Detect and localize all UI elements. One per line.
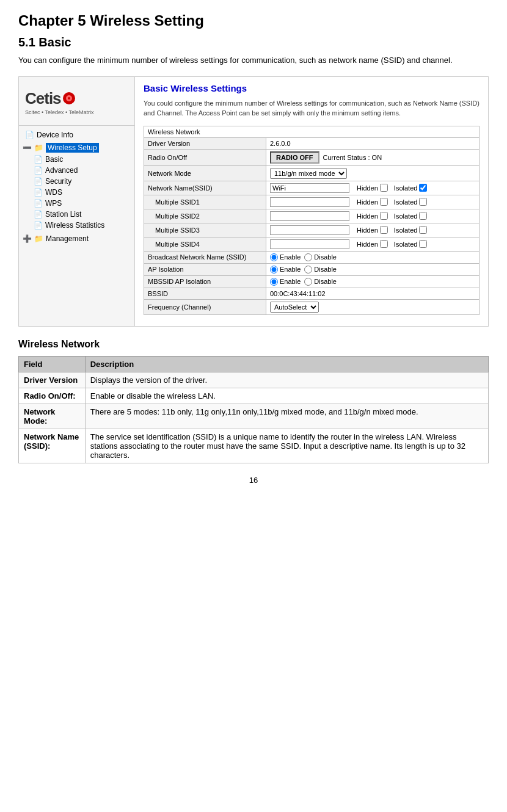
- description-section: Wireless Network Field Description Drive…: [18, 339, 489, 463]
- ap-isolation-enable-radio[interactable]: [270, 266, 278, 274]
- field-value-ssid3: Hidden Isolated: [266, 223, 480, 237]
- sidebar: Cetis Scitec • Teledex • TeleMatrix 📄 De…: [19, 77, 135, 326]
- ssid1-input[interactable]: [270, 197, 349, 207]
- sidebar-item-basic[interactable]: 📄Basic: [34, 154, 129, 165]
- field-label-radio: Radio On/Off: [144, 149, 266, 165]
- field-value-bssid: 00:0C:43:44:11:02: [266, 288, 480, 299]
- sidebar-item-device-info[interactable]: 📄 Device Info: [19, 129, 134, 140]
- field-label-ap-isolation: AP Isolation: [144, 263, 266, 275]
- sidebar-item-security[interactable]: 📄Security: [34, 176, 129, 187]
- section-title: 5.1 Basic: [18, 35, 489, 49]
- hidden-checkbox-ssid4[interactable]: [380, 240, 388, 248]
- mbssid-disable-label[interactable]: Disable: [304, 278, 337, 286]
- field-value-frequency: AutoSelect 1 6 11: [266, 299, 480, 314]
- desc-desc-driver: Displays the version of the driver.: [85, 372, 488, 388]
- field-label-bssid: BSSID: [144, 288, 266, 299]
- sidebar-item-wds[interactable]: 📄WDS: [34, 187, 129, 198]
- field-label-mbssid: MBSSID AP Isolation: [144, 275, 266, 288]
- desc-row-driver: Driver Version Displays the version of t…: [19, 372, 489, 388]
- desc-row-ssid: Network Name (SSID): The service set ide…: [19, 429, 489, 463]
- ssid3-input[interactable]: [270, 225, 349, 235]
- broadcast-enable-label[interactable]: Enable: [270, 253, 301, 261]
- hidden-check-ssid1: Hidden: [357, 198, 388, 206]
- isolated-checkbox-ssid1[interactable]: [419, 198, 427, 206]
- sidebar-item-advanced[interactable]: 📄Advanced: [34, 165, 129, 176]
- field-label-ssid4: Multiple SSID4: [144, 237, 266, 251]
- isolated-checkbox-ssid3[interactable]: [419, 226, 427, 234]
- isolated-check-main: Isolated: [394, 184, 428, 192]
- field-label-ssid3: Multiple SSID3: [144, 223, 266, 237]
- desc-desc-radio: Enable or disable the wireless LAN.: [85, 388, 488, 404]
- plus-icon: ➕: [23, 234, 32, 243]
- doc-icon: 📄: [34, 221, 43, 230]
- hidden-checkbox-ssid1[interactable]: [380, 198, 388, 206]
- ssid4-input[interactable]: [270, 239, 349, 249]
- field-value-network-mode: 11b/g/n mixed mode 11b only 11g only 11n…: [266, 165, 480, 181]
- broadcast-enable-radio[interactable]: [270, 253, 278, 261]
- sidebar-item-station-list[interactable]: 📄Station List: [34, 209, 129, 220]
- isolated-label-ssid1: Isolated: [394, 198, 418, 206]
- isolated-check-ssid1: Isolated: [394, 198, 428, 206]
- mbssid-disable-radio[interactable]: [304, 278, 312, 286]
- hidden-check-ssid2: Hidden: [357, 212, 388, 220]
- svg-point-2: [68, 97, 70, 100]
- table-row-ssid2: Multiple SSID2 Hidden Isolated: [144, 209, 480, 223]
- desc-section-title: Wireless Network: [18, 339, 489, 350]
- sidebar-item-wireless-stats[interactable]: 📄Wireless Statistics: [34, 220, 129, 231]
- field-label-network-mode: Network Mode: [144, 165, 266, 181]
- sidebar-logo: Cetis Scitec • Teledex • TeleMatrix: [19, 82, 134, 126]
- desc-field-driver: Driver Version: [19, 372, 86, 388]
- hidden-checkbox-ssid2[interactable]: [380, 212, 388, 220]
- broadcast-disable-label[interactable]: Disable: [304, 253, 337, 261]
- frequency-select[interactable]: AutoSelect 1 6 11: [270, 302, 319, 313]
- desc-row-radio: Radio On/Off: Enable or disable the wire…: [19, 388, 489, 404]
- hidden-check-ssid3: Hidden: [357, 226, 388, 234]
- table-row-ssid4: Multiple SSID4 Hidden Isolated: [144, 237, 480, 251]
- sidebar-children-wireless: 📄Basic 📄Advanced 📄Security 📄WDS 📄WPS: [23, 154, 129, 231]
- desc-row-mode: Network Mode: There are 5 modes: 11b onl…: [19, 404, 489, 429]
- doc-icon: 📄: [34, 188, 43, 197]
- isolated-label-ssid3: Isolated: [394, 227, 418, 234]
- isolated-checkbox-main[interactable]: [419, 184, 427, 192]
- desc-col-field: Field: [19, 356, 86, 372]
- network-mode-select[interactable]: 11b/g/n mixed mode 11b only 11g only 11n…: [270, 168, 347, 179]
- mbssid-enable-radio[interactable]: [270, 278, 278, 286]
- sidebar-item-wps[interactable]: 📄WPS: [34, 198, 129, 209]
- ap-isolation-enable-label[interactable]: Enable: [270, 266, 301, 274]
- doc-icon: 📄: [34, 155, 43, 164]
- table-row-driver-version: Driver Version 2.6.0.0: [144, 137, 480, 149]
- field-label-driver-version: Driver Version: [144, 137, 266, 149]
- doc-icon: 📄: [34, 166, 43, 175]
- intro-text: You can configure the minimum number of …: [18, 54, 489, 67]
- field-value-radio: RADIO OFF Current Status : ON: [266, 149, 480, 165]
- wireless-table: Wireless Network Driver Version 2.6.0.0 …: [144, 126, 480, 315]
- field-label-broadcast: Broadcast Network Name (SSID): [144, 251, 266, 263]
- ap-isolation-disable-label[interactable]: Disable: [304, 266, 337, 274]
- hidden-checkbox-main[interactable]: [380, 184, 388, 192]
- hidden-check-main: Hidden: [357, 184, 388, 192]
- main-layout: Cetis Scitec • Teledex • TeleMatrix 📄 De…: [18, 76, 489, 327]
- ssid-input[interactable]: [270, 183, 349, 193]
- desc-desc-ssid: The service set identification (SSID) is…: [85, 429, 488, 463]
- logo-text: Cetis: [25, 89, 61, 108]
- isolated-checkbox-ssid2[interactable]: [419, 212, 427, 220]
- isolated-check-ssid4: Isolated: [394, 240, 428, 248]
- hidden-label-ssid1: Hidden: [357, 198, 378, 206]
- field-value-ssid1: Hidden Isolated: [266, 195, 480, 209]
- hidden-checkbox-ssid3[interactable]: [380, 226, 388, 234]
- mbssid-enable-label[interactable]: Enable: [270, 278, 301, 286]
- section-header-label: Wireless Network: [144, 126, 480, 137]
- sidebar-item-management[interactable]: ➕ 📁 Management: [23, 233, 129, 244]
- desc-desc-mode: There are 5 modes: 11b only, 11g only,11…: [85, 404, 488, 429]
- sidebar-item-wireless-setup[interactable]: ➖ 📁 Wireless Setup: [23, 142, 129, 154]
- radio-status: Current Status : ON: [323, 154, 382, 161]
- ap-isolation-disable-radio[interactable]: [304, 266, 312, 274]
- isolated-checkbox-ssid4[interactable]: [419, 240, 427, 248]
- sidebar-group-wireless: ➖ 📁 Wireless Setup 📄Basic 📄Advanced 📄Sec…: [19, 140, 134, 232]
- broadcast-disable-radio[interactable]: [304, 253, 312, 261]
- desc-field-mode: Network Mode:: [19, 404, 86, 429]
- radio-off-button[interactable]: RADIO OFF: [270, 151, 319, 164]
- minus-icon: ➖: [23, 143, 32, 152]
- ssid2-input[interactable]: [270, 211, 349, 221]
- table-row-ap-isolation: AP Isolation Enable Disable: [144, 263, 480, 275]
